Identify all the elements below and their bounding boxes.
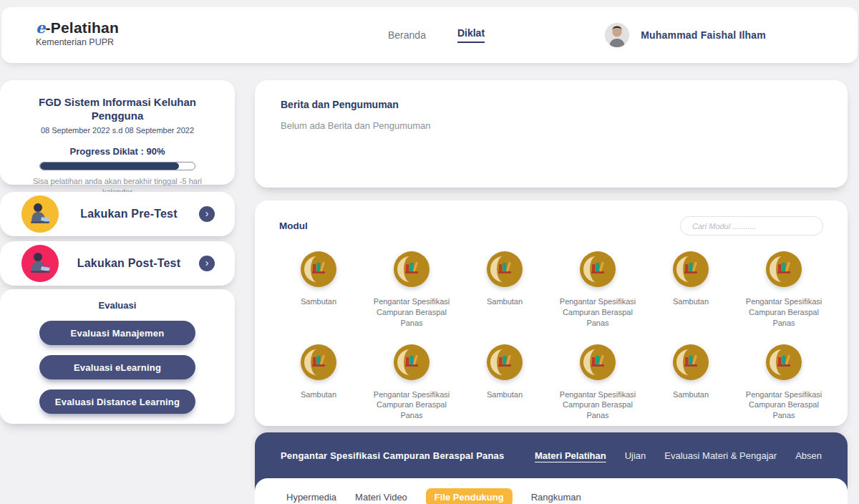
module-item[interactable]: Sambutan xyxy=(644,251,737,329)
nav-beranda[interactable]: Beranda xyxy=(388,29,426,41)
books-shelf-icon xyxy=(487,251,523,287)
nav-diklat[interactable]: Diklat xyxy=(457,27,485,43)
module-search-input[interactable] xyxy=(680,216,823,236)
books-shelf-icon xyxy=(394,251,430,287)
books-shelf-icon xyxy=(301,344,336,380)
evaluation-card: Evaluasi Evaluasi Manajemen Evaluasi eLe… xyxy=(0,289,235,424)
progress-bar xyxy=(39,162,195,170)
menu-materi-pelatihan[interactable]: Materi Pelatihan xyxy=(535,450,606,461)
selected-module-title: Pengantar Spesifikasi Campuran Beraspal … xyxy=(281,450,504,461)
module-label: Sambutan xyxy=(301,389,336,400)
module-item[interactable]: Sambutan xyxy=(458,344,551,422)
module-label: Pengantar Spesifikasi Campuran Beraspal … xyxy=(365,389,458,422)
modules-title: Modul xyxy=(279,220,308,231)
module-item[interactable]: Pengantar Spesifikasi Campuran Beraspal … xyxy=(737,344,830,422)
evaluation-title: Evaluasi xyxy=(0,300,235,311)
progress-label: Progress Diklat : 90% xyxy=(19,146,216,157)
module-item[interactable]: Pengantar Spesifikasi Campuran Beraspal … xyxy=(551,344,644,422)
app-header: e-Pelatihan Kementerian PUPR Beranda Dik… xyxy=(1,7,858,63)
module-label: Pengantar Spesifikasi Campuran Beraspal … xyxy=(551,389,644,422)
user-avatar xyxy=(605,23,629,47)
person-laptop-icon xyxy=(21,245,59,282)
user-name: Muhammad Faishal Ilham xyxy=(641,29,766,41)
tab-materi-video[interactable]: Materi Video xyxy=(355,492,407,503)
module-label: Sambutan xyxy=(301,296,336,307)
books-shelf-icon xyxy=(766,344,802,380)
evaluasi-distance-learning-button[interactable]: Evaluasi Distance Learning xyxy=(39,389,195,414)
books-shelf-icon xyxy=(394,344,430,380)
books-shelf-icon xyxy=(673,344,709,380)
module-label: Sambutan xyxy=(487,389,523,400)
module-label: Pengantar Spesifikasi Campuran Beraspal … xyxy=(737,389,830,422)
material-tabs: Hypermedia Materi Video File Pendukung R… xyxy=(255,478,848,504)
menu-absen[interactable]: Absen xyxy=(795,450,822,461)
books-shelf-icon xyxy=(766,251,802,287)
user-menu[interactable]: Muhammad Faishal Ilham xyxy=(605,7,766,63)
module-label: Sambutan xyxy=(673,389,709,400)
brand-title: e-Pelatihan xyxy=(36,19,119,37)
active-course-card: FGD Sistem Informasi Keluhan Pengguna 08… xyxy=(0,80,235,185)
pretest-card[interactable]: Lakukan Pre-Test › xyxy=(0,192,235,236)
course-title: FGD Sistem Informasi Keluhan Pengguna xyxy=(19,96,216,123)
menu-ujian[interactable]: Ujian xyxy=(625,450,646,461)
news-card: Berita dan Pengumuman Belum ada Berita d… xyxy=(255,80,848,188)
menu-evaluasi-materi-pengajar[interactable]: Evaluasi Materi & Pengajar xyxy=(664,450,777,461)
pretest-label: Lakukan Pre-Test xyxy=(59,208,199,220)
books-shelf-icon xyxy=(580,251,616,287)
tab-file-pendukung[interactable]: File Pendukung xyxy=(426,488,513,504)
module-label: Sambutan xyxy=(487,296,523,307)
chevron-right-icon[interactable]: › xyxy=(199,206,215,222)
course-date-range: 08 September 2022 s.d 08 September 2022 xyxy=(19,126,216,135)
modules-grid: Sambutan Pengantar Spesifikasi Campuran … xyxy=(272,251,830,421)
news-empty-message: Belum ada Berita dan Pengumuman xyxy=(281,120,822,131)
tab-hypermedia[interactable]: Hypermedia xyxy=(286,492,336,503)
app-logo[interactable]: e-Pelatihan Kementerian PUPR xyxy=(36,19,119,47)
module-item[interactable]: Pengantar Spesifikasi Campuran Beraspal … xyxy=(551,251,644,329)
e-pelatihan-dashboard: e-Pelatihan Kementerian PUPR Beranda Dik… xyxy=(0,0,859,504)
brand-name: -Pelatihan xyxy=(46,19,119,36)
module-item[interactable]: Pengantar Spesifikasi Campuran Beraspal … xyxy=(737,251,830,329)
books-shelf-icon xyxy=(580,344,616,380)
module-menu: Materi Pelatihan Ujian Evaluasi Materi &… xyxy=(535,450,822,461)
module-item[interactable]: Pengantar Spesifikasi Campuran Beraspal … xyxy=(365,251,458,329)
modules-card: Modul Sambutan Pengantar Spesifikasi Cam… xyxy=(255,200,848,426)
module-label: Pengantar Spesifikasi Campuran Beraspal … xyxy=(737,296,830,329)
module-item[interactable]: Pengantar Spesifikasi Campuran Beraspal … xyxy=(365,344,458,422)
posttest-label: Lakukan Post-Test xyxy=(59,257,199,270)
person-laptop-icon xyxy=(21,195,59,233)
module-label: Pengantar Spesifikasi Campuran Beraspal … xyxy=(551,296,644,329)
books-shelf-icon xyxy=(301,251,336,287)
module-label: Pengantar Spesifikasi Campuran Beraspal … xyxy=(365,296,458,329)
module-label: Sambutan xyxy=(673,296,709,307)
books-shelf-icon xyxy=(673,251,709,287)
main-nav: Beranda Diklat xyxy=(388,7,485,63)
module-item[interactable]: Sambutan xyxy=(272,251,365,329)
news-title: Berita dan Pengumuman xyxy=(281,99,822,110)
material-content-panel: Hypermedia Materi Video File Pendukung R… xyxy=(255,478,848,504)
e-logo-icon: e xyxy=(36,19,46,37)
evaluasi-manajemen-button[interactable]: Evaluasi Manajemen xyxy=(39,321,195,345)
evaluasi-elearning-button[interactable]: Evaluasi eLearning xyxy=(39,355,195,379)
module-item[interactable]: Sambutan xyxy=(458,251,551,329)
brand-subtitle: Kementerian PUPR xyxy=(36,37,119,47)
progress-fill xyxy=(40,163,179,170)
tab-rangkuman[interactable]: Rangkuman xyxy=(531,492,581,503)
chevron-right-icon[interactable]: › xyxy=(199,256,215,271)
posttest-card[interactable]: Lakukan Post-Test › xyxy=(0,241,235,286)
module-item[interactable]: Sambutan xyxy=(272,344,365,422)
books-shelf-icon xyxy=(487,344,523,380)
module-item[interactable]: Sambutan xyxy=(644,344,737,422)
